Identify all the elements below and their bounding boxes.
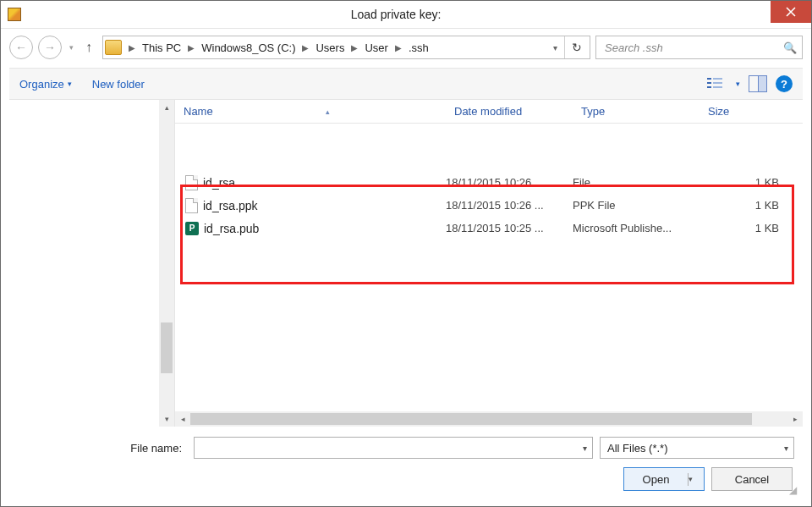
- refresh-button[interactable]: ↻: [564, 36, 588, 58]
- sidebar-scrollbar[interactable]: ▴ ▾: [159, 100, 174, 427]
- file-name: id_rsa: [203, 176, 235, 190]
- organize-button[interactable]: Organize ▾: [19, 78, 72, 91]
- file-name: id_rsa.ppk: [203, 199, 258, 212]
- breadcrumb-item[interactable]: Windows8_OS (C:): [200, 41, 297, 54]
- column-date[interactable]: Date modified: [446, 105, 573, 118]
- view-dropdown[interactable]: ▾: [736, 80, 740, 88]
- scroll-down[interactable]: ▾: [159, 411, 174, 427]
- sort-asc-icon: ▴: [326, 107, 330, 116]
- filetype-label: All Files (*.*): [607, 442, 668, 455]
- scroll-right[interactable]: ▸: [787, 415, 803, 423]
- file-row[interactable]: id_rsa.ppk 18/11/2015 10:26 ... PPK File…: [175, 194, 803, 217]
- folder-icon: [105, 40, 122, 55]
- new-folder-button[interactable]: New folder: [92, 78, 145, 91]
- chevron-right-icon: ▶: [184, 43, 198, 52]
- filename-label: File name:: [18, 442, 187, 455]
- chevron-right-icon: ▶: [392, 43, 405, 52]
- scroll-left[interactable]: ◂: [175, 415, 190, 423]
- open-button[interactable]: Open ▾: [623, 467, 705, 491]
- filetype-dropdown[interactable]: ▾: [784, 444, 788, 453]
- file-size: 1 KB: [700, 199, 803, 212]
- file-name: id_rsa.pub: [204, 222, 259, 235]
- up-button[interactable]: ↑: [80, 36, 97, 59]
- file-list: Name ▴ Date modified Type Size id_rsa 18…: [175, 100, 803, 427]
- svg-rect-4: [707, 86, 711, 88]
- hscroll-thumb[interactable]: [190, 413, 752, 425]
- file-row[interactable]: P id_rsa.pub 18/11/2015 10:25 ... Micros…: [175, 217, 803, 240]
- scroll-thumb[interactable]: [161, 322, 173, 373]
- folder-tree[interactable]: ▴ ▾: [9, 100, 175, 427]
- svg-rect-0: [707, 78, 711, 80]
- file-date: 18/11/2015 10:26 ...: [446, 199, 573, 212]
- chevron-right-icon: ▶: [348, 43, 361, 52]
- history-dropdown[interactable]: ▾: [67, 36, 75, 59]
- svg-rect-5: [713, 86, 722, 88]
- open-dropdown[interactable]: ▾: [689, 475, 704, 483]
- search-box[interactable]: 🔍: [595, 36, 803, 59]
- window-title: Load private key:: [21, 8, 771, 21]
- filename-dropdown[interactable]: ▾: [577, 444, 592, 453]
- svg-rect-3: [713, 82, 722, 84]
- file-row[interactable]: id_rsa 18/11/2015 10:26 ... File 1 KB: [175, 171, 803, 194]
- bottom-panel: File name: ▾ All Files (*.*) ▾ Open ▾ Ca…: [9, 427, 803, 498]
- file-type: Microsoft Publishe...: [573, 222, 700, 234]
- chevron-right-icon: ▶: [299, 43, 312, 52]
- file-size: 1 KB: [700, 176, 803, 189]
- publisher-icon: P: [185, 222, 199, 235]
- file-date: 18/11/2015 10:26 ...: [446, 176, 573, 189]
- preview-pane-button[interactable]: [749, 75, 767, 92]
- breadcrumb-item[interactable]: .ssh: [407, 41, 431, 54]
- titlebar: Load private key:: [1, 1, 811, 28]
- chevron-down-icon: ▾: [68, 80, 72, 88]
- file-size: 1 KB: [700, 222, 803, 234]
- back-button[interactable]: ←: [9, 36, 33, 59]
- svg-rect-1: [713, 78, 722, 80]
- filename-combo[interactable]: ▾: [194, 437, 593, 459]
- horizontal-scrollbar[interactable]: ◂ ▸: [175, 411, 803, 427]
- filetype-combo[interactable]: All Files (*.*) ▾: [600, 437, 794, 459]
- files-body: id_rsa 18/11/2015 10:26 ... File 1 KB id…: [175, 124, 803, 411]
- column-name-label: Name: [184, 105, 213, 118]
- chevron-right-icon: ▶: [125, 43, 139, 52]
- toolbar: Organize ▾ New folder ▾ ?: [9, 68, 803, 100]
- resize-grip[interactable]: ◢: [789, 484, 799, 494]
- breadcrumb-item[interactable]: This PC: [140, 41, 183, 54]
- svg-rect-2: [707, 82, 711, 84]
- address-bar[interactable]: ▶ This PC ▶ Windows8_OS (C:) ▶ Users ▶ U…: [102, 36, 590, 59]
- column-name[interactable]: Name ▴: [175, 105, 446, 118]
- view-options-button[interactable]: [707, 75, 727, 92]
- breadcrumb-item[interactable]: Users: [314, 41, 346, 54]
- column-size[interactable]: Size: [700, 105, 803, 118]
- app-icon: [8, 8, 21, 21]
- nav-row: ← → ▾ ↑ ▶ This PC ▶ Windows8_OS (C:) ▶ U…: [9, 36, 803, 59]
- column-headers: Name ▴ Date modified Type Size: [175, 100, 803, 124]
- close-button[interactable]: [771, 1, 811, 23]
- hscroll-track[interactable]: [190, 411, 787, 427]
- scroll-track[interactable]: [159, 115, 174, 411]
- organize-label: Organize: [19, 78, 64, 91]
- main-area: ▴ ▾ Name ▴ Date modified Type Size: [9, 100, 803, 427]
- open-button-label: Open: [624, 473, 689, 486]
- cancel-button[interactable]: Cancel: [711, 467, 793, 491]
- breadcrumb-item[interactable]: User: [363, 41, 389, 54]
- forward-button[interactable]: →: [38, 36, 62, 59]
- column-type[interactable]: Type: [573, 105, 700, 118]
- search-input[interactable]: [603, 41, 783, 55]
- scroll-up[interactable]: ▴: [159, 100, 174, 115]
- help-button[interactable]: ?: [776, 75, 793, 92]
- file-type: File: [573, 176, 700, 189]
- search-icon: 🔍: [783, 41, 797, 54]
- filename-input[interactable]: [195, 442, 577, 455]
- file-type: PPK File: [573, 199, 700, 212]
- file-icon: [185, 198, 198, 213]
- file-icon: [185, 175, 198, 190]
- address-dropdown[interactable]: ▾: [548, 43, 562, 52]
- file-date: 18/11/2015 10:25 ...: [446, 222, 573, 234]
